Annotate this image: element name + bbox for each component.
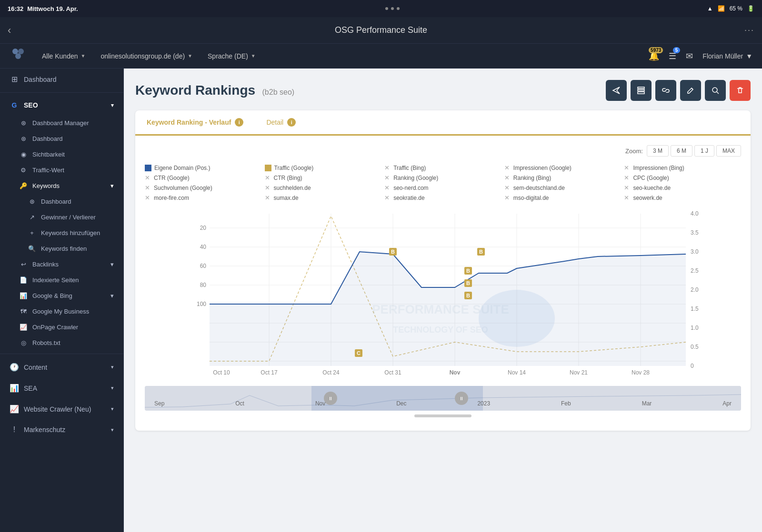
legend-item-14: ✕ seo-kueche.de [624,184,741,191]
sidebar-item-sea[interactable]: 📊 SEA ▾ [0,378,123,398]
page-title: Keyword Rankings [135,83,255,98]
legend-label-19: seowerk.de [633,195,662,201]
add-icon: + [28,229,36,236]
sidebar-item-gewinner[interactable]: ↗ Gewinner / Verlierer [0,209,123,225]
keywords-label: Keywords [32,182,60,189]
send-button[interactable] [606,80,627,101]
main-layout: ⊞ Dashboard G SEO ▾ ⊛ Dashboard Manager … [0,69,762,532]
legend-item-7: ✕ Ranking (Google) [384,174,501,181]
tl-apr: Apr [722,400,732,407]
sidebar-item-keywords[interactable]: 🔑 Keywords ▾ [0,178,123,194]
sidebar-item-traffic-wert[interactable]: ⚙ Traffic-Wert [0,162,123,178]
language-dropdown[interactable]: Sprache (DE) ▼ [204,50,260,62]
sidebar-item-seo[interactable]: G SEO ▾ [0,96,123,115]
legend-x-19: ✕ [624,194,629,201]
sidebar-item-dashboard-manager[interactable]: ⊛ Dashboard Manager [0,115,123,131]
legend-label-10: Suchvolumen (Google) [154,185,212,191]
legend-label-4: Impressionen (Bing) [633,165,684,171]
more-options-button[interactable]: ··· [744,25,754,35]
sidebar-item-gmb[interactable]: 🗺 Google My Business [0,304,123,319]
sidebar-item-keywords-add[interactable]: + Keywords hinzufügen [0,225,123,241]
legend-label-14: seo-kueche.de [633,185,671,191]
sea-arrow: ▾ [111,385,114,391]
legend-label-11: suchhelden.de [274,185,311,191]
svg-text:Oct 17: Oct 17 [261,369,278,376]
zoom-3m[interactable]: 3 M [647,145,669,157]
svg-rect-4 [638,89,644,91]
status-bar-center [385,7,400,10]
legend-x-4: ✕ [624,164,629,171]
legend-label-9: CPC (Google) [633,175,669,181]
svg-text:Nov 21: Nov 21 [570,369,588,376]
svg-text:Oct 31: Oct 31 [384,369,401,376]
svg-text:40: 40 [200,244,207,250]
sidebar-item-keywords-dashboard[interactable]: ⊛ Dashboard [0,194,123,209]
legend-x-14: ✕ [624,184,629,191]
sichtbarkeit-label: Sichtbarkeit [32,151,65,158]
backlinks-label: Backlinks [32,261,59,268]
sidebar-item-website-crawler[interactable]: 📈 Website Crawler (Neu) ▾ [0,399,123,419]
sidebar-item-dashboard[interactable]: ⊞ Dashboard [0,69,123,89]
edit-button[interactable] [680,80,701,101]
legend-item-9: ✕ CPC (Google) [624,174,741,181]
legend-x-17: ✕ [384,194,390,201]
google-bing-icon: 📊 [19,292,28,299]
link-button[interactable] [655,80,676,101]
legend-x-12: ✕ [384,184,390,191]
onpage-label: OnPage Crawler [32,324,78,331]
tasks-icon[interactable]: ☰ 5 [669,51,676,61]
table-button[interactable] [631,80,652,101]
svg-point-0 [12,49,18,54]
back-button[interactable]: ‹ [8,24,11,37]
legend-item-10: ✕ Suchvolumen (Google) [145,184,262,191]
domain-dropdown[interactable]: onlinesolutionsgroup.de (de) ▼ [97,50,196,62]
legend-x-8: ✕ [504,174,510,181]
sidebar-item-content[interactable]: 🕐 Content ▾ [0,357,123,377]
svg-text:B: B [466,293,470,298]
user-menu[interactable]: Florian Müller ▼ [702,52,752,60]
sidebar-item-markenschutz[interactable]: ! Markenschutz ▾ [0,420,123,440]
legend-x-15: ✕ [145,194,150,201]
delete-button[interactable] [730,80,751,101]
robots-icon: ◎ [19,339,28,346]
markenschutz-label: Markenschutz [24,426,65,433]
svg-text:TECHNOLOGY OF SEO: TECHNOLOGY OF SEO [393,325,488,335]
tab-keyword-ranking[interactable]: Keyword Ranking - Verlauf i [135,110,255,136]
legend-x-6: ✕ [265,174,270,181]
notifications-bell[interactable]: 🔔 5973 [649,51,659,61]
zoom-max[interactable]: MAX [716,145,741,157]
sidebar-item-dashboard-sub[interactable]: ⊛ Dashboard [0,131,123,147]
tab-detail-info[interactable]: i [287,118,296,127]
svg-text:Oct 10: Oct 10 [213,369,230,376]
sidebar-item-sichtbarkeit[interactable]: ◉ Sichtbarkeit [0,147,123,162]
legend-item-16: ✕ sumax.de [265,194,382,201]
app-title: OSG Performance Suite [335,25,427,35]
legend-item-18: ✕ mso-digital.de [504,194,622,201]
legend-item-0: Eigene Domain (Pos.) [145,164,262,171]
svg-text:0: 0 [691,363,694,369]
search-button[interactable] [705,80,726,101]
zoom-1j[interactable]: 1 J [694,145,714,157]
legend-item-8: ✕ Ranking (Bing) [504,174,622,181]
legend-item-6: ✕ CTR (Bing) [265,174,382,181]
legend-label-8: Ranking (Bing) [513,175,551,181]
legend-item-1: Traffic (Google) [265,164,382,171]
sidebar-item-onpage[interactable]: 📈 OnPage Crawler [0,319,123,335]
sidebar-item-keywords-find[interactable]: 🔍 Keywords finden [0,241,123,256]
kw-dashboard-label: Dashboard [41,198,71,205]
legend-label-1: Traffic (Google) [274,165,314,171]
sidebar-item-indexed[interactable]: 📄 Indexierte Seiten [0,272,123,288]
zoom-6m[interactable]: 6 M [671,145,692,157]
content-area: Keyword Rankings (b2b seo) [124,69,762,532]
svg-point-47 [479,290,555,347]
tab-detail[interactable]: Detail i [255,110,307,136]
sidebar-item-robots[interactable]: ◎ Robots.txt [0,335,123,351]
legend-label-15: more-fire.com [154,195,189,201]
status-day: Mittwoch 19. Apr. [27,5,78,12]
tab-ranking-info[interactable]: i [235,118,243,127]
messages-icon[interactable]: ✉ [686,51,693,61]
timeline-scrubber[interactable]: ⏸ ⏸ Sep Oct Nov Dec 2023 Feb Mar Apr [145,386,741,411]
all-clients-dropdown[interactable]: Alle Kunden ▼ [38,50,89,62]
sidebar-item-google-bing[interactable]: 📊 Google & Bing ▾ [0,288,123,304]
sidebar-item-backlinks[interactable]: ↩ Backlinks ▾ [0,256,123,272]
